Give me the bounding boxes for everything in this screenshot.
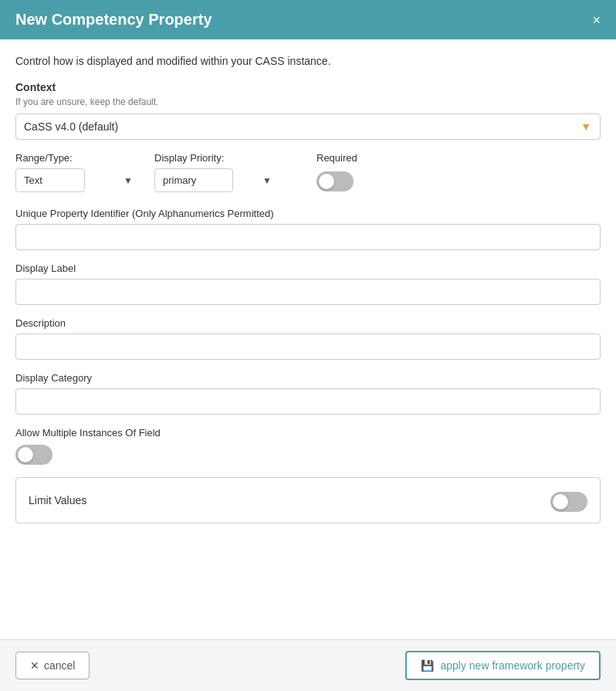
context-section: Context If you are unsure, keep the defa… xyxy=(15,81,601,140)
allow-multiple-toggle[interactable] xyxy=(15,445,52,465)
cancel-x-icon: ✕ xyxy=(30,659,39,672)
unique-property-input[interactable] xyxy=(15,224,601,250)
display-priority-group: Display Priority: primary secondary tert… xyxy=(154,152,278,192)
apply-label: apply new framework property xyxy=(440,659,585,672)
modal-body: Control how is displayed and modified wi… xyxy=(0,39,616,639)
save-icon: 💾 xyxy=(421,659,434,672)
limit-values-box: Limit Values xyxy=(15,477,601,523)
cancel-label: cancel xyxy=(44,659,75,672)
display-category-input[interactable] xyxy=(15,388,601,415)
unique-property-label: Unique Property Identifier (Only Alphanu… xyxy=(15,208,601,219)
modal-title: New Competency Property xyxy=(15,11,212,29)
allow-multiple-label: Allow Multiple Instances Of Field xyxy=(15,427,601,439)
required-toggle[interactable] xyxy=(316,171,354,191)
modal-header: New Competency Property × xyxy=(0,0,616,39)
range-type-group: Range/Type: Text URL Date Boolean ▼ xyxy=(15,152,139,192)
row-fields: Range/Type: Text URL Date Boolean ▼ Disp… xyxy=(15,152,601,192)
display-label-group: Display Label xyxy=(15,263,601,305)
display-category-label: Display Category xyxy=(15,372,601,384)
unique-property-group: Unique Property Identifier (Only Alphanu… xyxy=(15,208,601,250)
modal-footer: ✕ cancel 💾 apply new framework property xyxy=(0,639,616,691)
limit-values-toggle[interactable] xyxy=(550,492,587,512)
limit-values-label: Limit Values xyxy=(29,494,86,506)
cancel-button[interactable]: ✕ cancel xyxy=(15,652,90,679)
toggle-knob xyxy=(319,174,334,189)
toggle-knob xyxy=(553,494,568,510)
display-label-label: Display Label xyxy=(15,263,601,274)
toggle-knob xyxy=(18,447,33,462)
apply-button[interactable]: 💾 apply new framework property xyxy=(405,651,601,680)
context-dropdown-wrapper: CaSS v4.0 (default) CaSS v3.0 CaSS v2.0 … xyxy=(15,113,601,140)
display-category-group: Display Category xyxy=(15,372,601,415)
description-input[interactable] xyxy=(15,334,601,360)
display-priority-dropdown[interactable]: primary secondary tertiary xyxy=(154,168,233,192)
close-button[interactable]: × xyxy=(592,13,601,27)
allow-multiple-group: Allow Multiple Instances Of Field xyxy=(15,427,601,465)
display-priority-dropdown-wrapper: primary secondary tertiary ▼ xyxy=(154,168,278,192)
context-label: Context xyxy=(15,81,601,93)
range-type-dropdown-wrapper: Text URL Date Boolean ▼ xyxy=(15,168,139,192)
range-type-label: Range/Type: xyxy=(15,152,139,164)
context-sublabel: If you are unsure, keep the default. xyxy=(15,97,601,107)
description-field-label: Description xyxy=(15,317,601,329)
chevron-down-icon: ▼ xyxy=(262,175,272,186)
range-type-dropdown[interactable]: Text URL Date Boolean xyxy=(15,168,85,192)
description-text: Control how is displayed and modified wi… xyxy=(15,55,601,67)
context-dropdown[interactable]: CaSS v4.0 (default) CaSS v3.0 CaSS v2.0 xyxy=(15,113,601,140)
display-priority-label: Display Priority: xyxy=(154,152,278,164)
display-label-input[interactable] xyxy=(15,279,601,305)
required-group: Required xyxy=(316,152,357,191)
modal-container: New Competency Property × Control how is… xyxy=(0,0,616,691)
description-field-group: Description xyxy=(15,317,601,360)
required-label: Required xyxy=(316,152,357,164)
chevron-down-icon: ▼ xyxy=(124,175,133,186)
